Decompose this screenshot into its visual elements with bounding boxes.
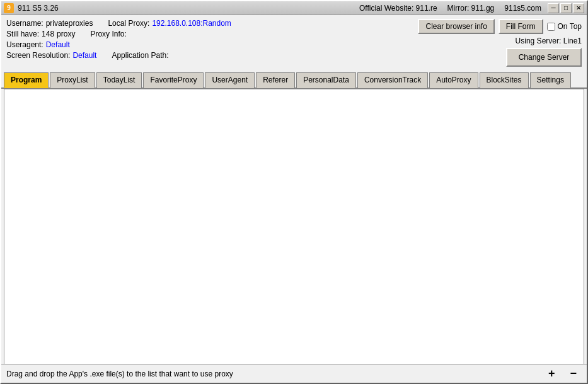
info-left: Username: privateproxies Local Proxy: 19…	[6, 19, 418, 67]
username-label: Username:	[6, 19, 43, 28]
username-value: privateproxies	[46, 19, 93, 28]
remove-button[interactable]: −	[565, 367, 582, 380]
local-proxy-label: Local Proxy:	[108, 19, 149, 28]
on-top-label: On Top	[558, 22, 582, 31]
title-bar-links: Official Website: 911.re Mirror: 911.gg …	[359, 4, 541, 13]
status-bar: Drag and drop the App's .exe file(s) to …	[1, 364, 587, 383]
screen-res-label: Screen Resolution:	[6, 51, 70, 60]
useragent-label: Useragent:	[6, 40, 43, 49]
tab-settings[interactable]: Settings	[530, 72, 571, 88]
add-button[interactable]: +	[543, 367, 560, 380]
change-server-button[interactable]: Change Server	[506, 48, 582, 67]
tab-referer[interactable]: Referer	[256, 72, 295, 88]
minimize-button[interactable]: ─	[548, 3, 559, 13]
info-right: Clear browser info Fill Form On Top Usin…	[418, 19, 582, 67]
still-have-row: Still have: 148 proxy Proxy Info:	[6, 30, 418, 38]
useragent-value[interactable]: Default	[46, 40, 70, 49]
on-top-checkbox-area: On Top	[547, 22, 582, 31]
proxy-info-label: Proxy Info:	[90, 30, 126, 38]
screen-res-value[interactable]: Default	[72, 51, 96, 60]
on-top-checkbox[interactable]	[547, 23, 555, 31]
proxy-label: proxy	[57, 30, 75, 38]
tab-proxylist[interactable]: ProxyList	[50, 72, 95, 88]
tabs-bar: ProgramProxyListTodayListFavoriteProxyUs…	[1, 69, 587, 89]
program-drop-area[interactable]	[4, 89, 584, 383]
close-button[interactable]: ✕	[573, 3, 584, 13]
fill-form-button[interactable]: Fill Form	[499, 19, 543, 34]
tab-conversiontrack[interactable]: ConversionTrack	[357, 72, 428, 88]
clear-browser-info-button[interactable]: Clear browser info	[418, 19, 494, 34]
tab-personaldata[interactable]: PersonalData	[296, 72, 356, 88]
tab-blocksites[interactable]: BlockSites	[480, 72, 529, 88]
still-have-value: 148	[42, 30, 54, 38]
app-path-label: Application Path:	[112, 51, 168, 60]
tab-todaylist[interactable]: TodayList	[96, 72, 142, 88]
app-icon: 9	[4, 3, 14, 13]
website-link[interactable]: Official Website: 911.re	[359, 4, 437, 13]
screen-res-row: Screen Resolution: Default Application P…	[6, 51, 418, 60]
app-window: 9 911 S5 3.26 Official Website: 911.re M…	[0, 0, 588, 384]
mirror-link[interactable]: Mirror: 911.gg	[447, 4, 495, 13]
title-bar: 9 911 S5 3.26 Official Website: 911.re M…	[1, 1, 587, 15]
local-proxy-value[interactable]: 192.168.0.108:Random	[152, 19, 231, 28]
using-server-label: Using Server: Line1	[516, 37, 582, 45]
tab-favoriteproxy[interactable]: FavoriteProxy	[143, 72, 204, 88]
app-title: 911 S5 3.26	[18, 4, 59, 13]
username-row: Username: privateproxies Local Proxy: 19…	[6, 19, 418, 28]
useragent-row: Useragent: Default	[6, 40, 418, 49]
tab-autoproxy[interactable]: AutoProxy	[429, 72, 478, 88]
tab-program[interactable]: Program	[4, 72, 49, 88]
still-have-label: Still have:	[6, 30, 39, 38]
info-right-top: Clear browser info Fill Form On Top	[418, 19, 582, 34]
info-area: Username: privateproxies Local Proxy: 19…	[1, 15, 587, 69]
window-controls: ─ □ ✕	[548, 3, 584, 13]
restore-button[interactable]: □	[560, 3, 572, 13]
alt-link[interactable]: 911s5.com	[504, 4, 541, 13]
title-bar-text: 911 S5 3.26	[18, 4, 359, 13]
tab-useragent[interactable]: UserAgent	[205, 72, 255, 88]
status-text: Drag and drop the App's .exe file(s) to …	[6, 370, 538, 378]
